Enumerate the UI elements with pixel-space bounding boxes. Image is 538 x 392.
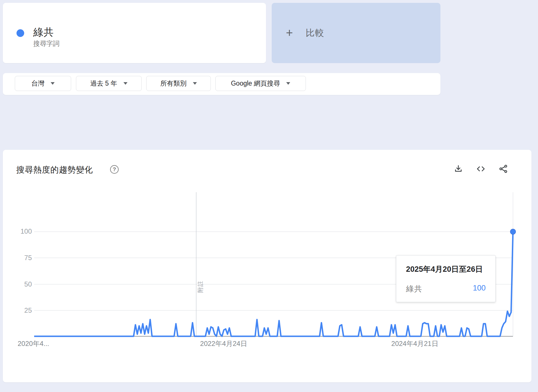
y-axis-tick-50: 50 (9, 280, 32, 288)
series-color-dot (17, 29, 24, 37)
endpoint-dot[interactable] (510, 229, 516, 235)
chart-actions (454, 164, 508, 173)
y-axis-tick-75: 75 (9, 254, 32, 262)
chevron-down-icon (123, 82, 127, 85)
filter-bar: 台灣 過去 5 年 所有類別 Google 網頁搜尋 (3, 73, 440, 95)
time-filter-dropdown[interactable]: 過去 5 年 (76, 76, 142, 91)
download-icon (454, 164, 463, 173)
embed-button[interactable] (476, 164, 485, 173)
share-icon (499, 164, 508, 173)
search-term-title: 綠共 (33, 26, 54, 39)
time-filter-label: 過去 5 年 (90, 79, 117, 88)
plus-icon: + (286, 27, 293, 39)
category-filter-dropdown[interactable]: 所有類別 (146, 76, 211, 91)
search-term-card[interactable]: 綠共 搜尋字詞 (3, 3, 266, 63)
x-axis-tick-2024: 2024年4月21日 (391, 339, 438, 348)
chevron-down-icon (51, 82, 55, 85)
share-button[interactable] (499, 164, 508, 173)
annotation-note-label[interactable]: 附註 (197, 280, 204, 293)
geo-filter-label: 台灣 (31, 79, 44, 88)
geo-filter-dropdown[interactable]: 台灣 (15, 76, 71, 91)
search-term-type-label: 搜尋字詞 (33, 39, 59, 48)
category-filter-label: 所有類別 (160, 79, 187, 88)
search-type-filter-dropdown[interactable]: Google 網頁搜尋 (215, 76, 306, 91)
chevron-down-icon (286, 82, 290, 85)
x-axis-tick-2020: 2020年4... (18, 339, 49, 348)
y-axis-tick-100: 100 (9, 227, 32, 235)
tooltip-term: 綠共 (406, 284, 422, 294)
chevron-down-icon (193, 82, 197, 85)
x-axis-tick-2022: 2022年4月24日 (200, 339, 247, 348)
tooltip-value: 100 (473, 284, 486, 294)
download-button[interactable] (454, 164, 463, 173)
chart-tooltip: 2025年4月20日至26日 綠共 100 (396, 255, 496, 302)
chart-title: 搜尋熱度的趨勢變化 (16, 164, 93, 176)
compare-label: 比較 (306, 27, 325, 39)
add-comparison-card[interactable]: + 比較 (272, 3, 440, 63)
y-axis-tick-25: 25 (9, 306, 32, 314)
embed-code-icon (476, 164, 485, 173)
tooltip-date-range: 2025年4月20日至26日 (406, 264, 486, 274)
help-icon[interactable]: ? (110, 165, 119, 174)
search-type-filter-label: Google 網頁搜尋 (231, 79, 280, 88)
